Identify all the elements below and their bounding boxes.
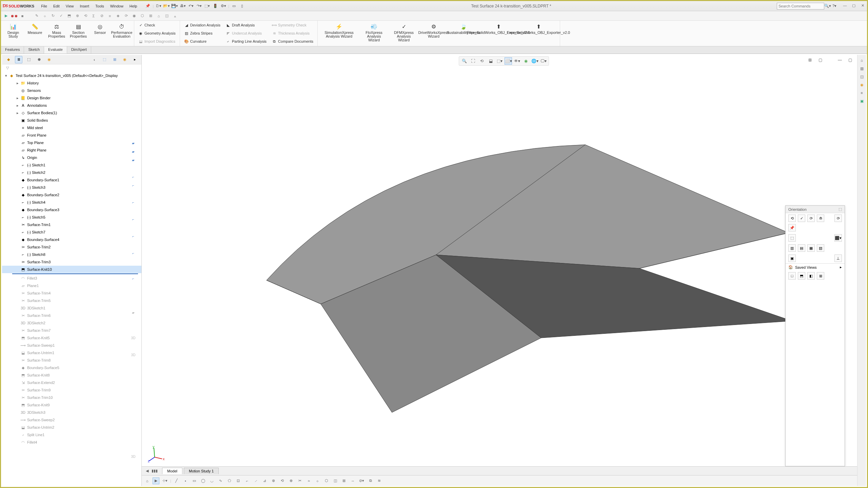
tool10-icon[interactable]: ≡	[107, 13, 113, 19]
expand-icon[interactable]: ▾	[4, 74, 8, 78]
tree-item[interactable]: ⌐(-) Sketch3	[2, 184, 141, 191]
orient-pin-icon[interactable]: 📌	[788, 224, 796, 231]
tree-item[interactable]: ⬒Surface-Knit5	[2, 334, 141, 342]
stop-icon[interactable]: ■	[19, 13, 25, 19]
sb-1-icon[interactable]: ⌂	[144, 477, 151, 484]
ribbon-curvature[interactable]: 🎨Curvature	[183, 38, 222, 45]
sb-21-icon[interactable]: ⧉	[367, 477, 374, 484]
tree-item[interactable]: ⬒Surface-Knit8	[2, 371, 141, 379]
sb-line-icon[interactable]: ╱	[173, 477, 180, 484]
orient-btn-2[interactable]: ✓	[798, 215, 805, 222]
tree-item[interactable]: ≡Mild steel	[2, 124, 141, 131]
menu-window[interactable]: Window	[107, 3, 126, 9]
scene-icon[interactable]: 🌐▾	[531, 57, 538, 65]
tree-item[interactable]: ⌿Split Line1	[2, 431, 141, 439]
view-cube-icon[interactable]: ⬛▾	[834, 234, 842, 242]
tree-item[interactable]: ✂Surface-Trim5	[2, 297, 141, 304]
tree-item[interactable]: ⟿Surface-Sweep1	[2, 342, 141, 349]
tree-item[interactable]: ▱Front Plane	[2, 131, 141, 139]
view-right-icon[interactable]: ▧	[817, 244, 824, 252]
ribbon-measure[interactable]: 📏Measure	[25, 21, 44, 36]
options-icon[interactable]: ⚙▾	[220, 3, 227, 9]
rebuild-icon[interactable]: 🚦	[212, 3, 219, 9]
tree-item[interactable]: ◠Fillet4	[2, 439, 141, 446]
sb-13-icon[interactable]: ✂	[297, 477, 303, 484]
tree-item[interactable]: ◆Boundary-Surface2	[2, 191, 141, 199]
orient-btn-1[interactable]: ⟲	[788, 215, 796, 222]
tree-item[interactable]: ◆Boundary-Surface1	[2, 176, 141, 184]
view-settings-icon[interactable]: 🖵▾	[540, 57, 547, 65]
tree-item[interactable]: ⬒Surface-Knit10	[2, 266, 141, 273]
tree-item[interactable]: ⌐(-) Sketch7	[2, 228, 141, 236]
tree-item[interactable]: ✂Surface-Trim2	[2, 243, 141, 251]
view-top-icon[interactable]: ▣	[788, 255, 796, 262]
tree-item[interactable]: ◠Fillet3	[2, 274, 141, 282]
maximize-button[interactable]: ▢	[851, 3, 857, 9]
ribbon-deviation-analysis[interactable]: ◢Deviation Analysis	[183, 21, 222, 29]
tab-features[interactable]: Features	[1, 46, 24, 54]
ribbon-design-study[interactable]: 📊Design Study	[4, 21, 23, 40]
tree-visibility-icon[interactable]: ▰	[132, 141, 135, 145]
tree-item[interactable]: ▸AAnnotations	[2, 102, 141, 109]
expand-icon[interactable]: ▸	[16, 111, 20, 115]
tree-visibility-icon[interactable]: ⌐	[132, 175, 134, 179]
fm-filter-icon[interactable]: ◆	[5, 56, 12, 63]
view-back-icon[interactable]: ▤	[798, 244, 805, 252]
graphics-viewport[interactable]: 🔍 ⛶ ⟲ ⬓ ⬚▾ ⬜▾ 👁▾ ◉ 🌐▾ 🖵▾ ⊞ ▢ — ▢ ✕	[142, 55, 866, 486]
open-icon[interactable]: 📂▾	[163, 3, 170, 9]
vp-restore-icon[interactable]: ▢	[816, 56, 824, 64]
tree-visibility-icon[interactable]: 3D	[131, 336, 136, 340]
expand-icon[interactable]: ▸	[16, 81, 20, 85]
new-icon[interactable]: 🗋▾	[155, 3, 162, 9]
tree-item[interactable]: ▱Right Plane	[2, 146, 141, 154]
ribbon-compare-documents[interactable]: ⧉Compare Documents	[271, 38, 315, 45]
rail-appear-icon[interactable]: ◉	[859, 81, 865, 88]
ribbon-geometry-analysis[interactable]: ◉Geometry Analysis	[137, 29, 177, 37]
tool15-icon[interactable]: ⊞	[147, 13, 154, 19]
menu-file[interactable]: File	[38, 3, 50, 9]
close-button[interactable]: ✕	[860, 3, 866, 9]
funnel-icon[interactable]: ▽	[6, 66, 9, 70]
bottom-tab-motion[interactable]: Motion Study 1	[184, 468, 219, 474]
menu-tools[interactable]: Tools	[93, 3, 107, 9]
vp-expand-icon[interactable]: ⊞	[806, 56, 814, 64]
tree-item[interactable]: ✂Surface-Trim1	[2, 221, 141, 228]
tree-visibility-icon[interactable]: ⌐	[132, 277, 134, 281]
sb-20-icon[interactable]: ⊘▾	[358, 477, 365, 484]
tree-item[interactable]: ↳Origin	[2, 154, 141, 161]
ribbon-floxpress-analysis-wizard[interactable]: 💨FloXpress Analysis Wizard	[360, 21, 388, 43]
undo-icon[interactable]: ↶▾	[188, 3, 194, 9]
rect1-icon[interactable]: ▭	[231, 3, 237, 9]
ribbon-driveworksxpress-wizard[interactable]: ⚙DriveWorksXpress Wizard	[420, 21, 447, 40]
record-icon[interactable]: ⏺⏺	[11, 13, 17, 19]
save-icon[interactable]: 💾▾	[171, 3, 178, 9]
tree-item[interactable]: ◆Boundary-Surface3	[2, 206, 141, 214]
ribbon-parting-line-analysis[interactable]: ⌿Parting Line Analysis	[224, 38, 268, 45]
sb-15-icon[interactable]: ⟐	[314, 477, 321, 484]
pin-icon[interactable]: 📌	[144, 3, 151, 9]
menu-help[interactable]: Help	[127, 3, 140, 9]
sb-2-icon[interactable]: ▶	[153, 477, 159, 484]
vp-2v-icon[interactable]: ◧	[807, 272, 815, 280]
tree-visibility-icon[interactable]: ▰	[132, 150, 135, 154]
zoom-area-icon[interactable]: ⛶	[469, 57, 477, 65]
tree-item[interactable]: ◎Sensors	[2, 87, 141, 94]
tool16-icon[interactable]: ⌂	[156, 13, 162, 19]
orientation-panel[interactable]: Orientation ⬚ ⟲ ✓ ⟳ ⟰ ⟳ 📌 ⬚ ⬛▾ ▥ ▤	[785, 205, 845, 466]
tool6-icon[interactable]: ⊕	[74, 13, 80, 19]
rail-forum-icon[interactable]: ▣	[859, 98, 865, 104]
saved-views-icon[interactable]: 🏠	[788, 265, 793, 269]
tool8-icon[interactable]: Σ	[91, 13, 97, 19]
sb-16-icon[interactable]: ⬡	[323, 477, 330, 484]
view-front-icon[interactable]: ▥	[788, 244, 796, 252]
tool9-icon[interactable]: ⊘	[99, 13, 105, 19]
sb-19-icon[interactable]: ↔	[350, 477, 356, 484]
tree-item[interactable]: ⬓Surface-Untrim1	[2, 349, 141, 357]
display-style-icon[interactable]: ⬜▾	[505, 57, 512, 65]
tree-visibility-icon[interactable]: ▰	[132, 311, 135, 314]
tree-item[interactable]: ▸◇Surface Bodies(1)	[2, 109, 141, 117]
tree-item[interactable]: ◆Boundary-Surface4	[2, 236, 141, 243]
tree-item[interactable]: 3D3DSketch3	[2, 409, 141, 416]
sb-circ-icon[interactable]: ◯	[200, 477, 206, 484]
tree-visibility-icon[interactable]: ▰	[132, 158, 135, 162]
